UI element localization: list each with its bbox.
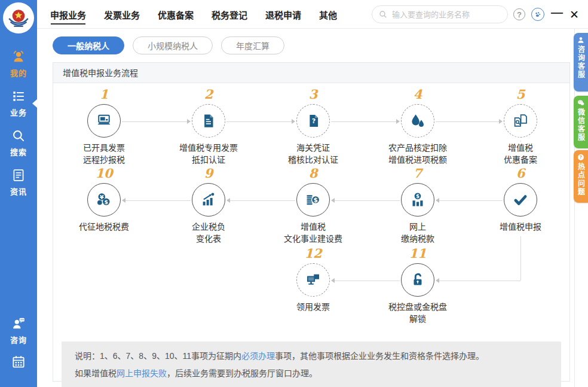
service-tab-wechat-service[interactable]: 微信客服 <box>574 96 588 148</box>
service-tab-label: 咨询客服 <box>576 45 586 79</box>
step-number: 5 <box>512 87 530 102</box>
sidebar-item-calendar[interactable] <box>0 354 37 387</box>
step-circle-6[interactable] <box>504 183 537 217</box>
svg-text:?: ? <box>312 117 316 125</box>
laptop-icon <box>95 112 113 130</box>
flow-step-8: 8$增值税文化事业建设费 <box>265 166 361 245</box>
coins-currency-icon: ¥$ <box>95 191 113 209</box>
note-link[interactable]: 网上申报失败 <box>117 368 167 378</box>
step-circle-1[interactable] <box>87 104 121 138</box>
chart-up-icon <box>200 191 218 209</box>
sidebar-item-search[interactable]: 搜索 <box>0 128 37 167</box>
note-text: ，后续业务需要到办税服务厅窗口办理。 <box>167 368 317 378</box>
nav-tab-4[interactable]: 退税申请 <box>265 0 301 29</box>
service-tab-hot-questions[interactable]: ?热点问题 <box>574 150 588 203</box>
sidebar-item-label: 业务 <box>10 106 27 118</box>
money-pillar-icon: $ <box>409 191 427 209</box>
flow-step-12: 12领用发票 <box>265 246 361 313</box>
list-icon <box>11 89 26 104</box>
step-circle-2[interactable] <box>192 104 225 138</box>
question-icon: ? <box>513 8 525 20</box>
question-icon: ? <box>577 153 585 161</box>
step-label: 企业税负变化表 <box>189 221 228 245</box>
service-tab-label: 热点问题 <box>576 163 586 196</box>
step-label: 增值税优惠备案 <box>501 142 540 166</box>
step-circle-8[interactable]: $ <box>296 183 330 217</box>
filter-pill-0[interactable]: 一般纳税人 <box>53 36 124 54</box>
sidebar-item-mine[interactable]: 我的 <box>0 49 37 89</box>
search-icon <box>378 10 388 19</box>
step-circle-10[interactable]: ¥$ <box>87 183 121 217</box>
pages-icon <box>512 112 529 130</box>
unlock-icon <box>409 271 427 289</box>
nav-tab-2[interactable]: 优惠备案 <box>158 0 194 29</box>
step-label: 网上缴纳税款 <box>399 221 437 245</box>
titlebar: 申报业务发票业务优惠备案税务登记退税申请其他 ? — ✕ <box>37 0 588 29</box>
panel-title: 增值税申报业务流程 <box>53 63 569 83</box>
step-circle-7[interactable]: $ <box>401 183 434 217</box>
nav-tab-1[interactable]: 发票业务 <box>104 0 140 29</box>
filter-pill-1[interactable]: 小规模纳税人 <box>133 36 213 54</box>
step-circle-9[interactable] <box>192 183 225 217</box>
step-number: 8 <box>304 166 323 181</box>
magnifier-icon <box>11 128 26 144</box>
nav-tab-5[interactable]: 其他 <box>319 0 337 29</box>
service-tabs: 咨询客服微信客服?热点问题 <box>574 0 588 387</box>
person-wave-icon <box>11 49 26 65</box>
flow-step-7: 7$网上缴纳税款 <box>370 166 466 245</box>
service-badge-button[interactable] <box>531 0 545 29</box>
sidebar-item-business[interactable]: 业务 <box>0 89 37 128</box>
note-text: 事项，其他事项根据企业业务发生和资格条件选择办理。 <box>275 351 484 361</box>
step-circle-11[interactable] <box>401 263 434 297</box>
filter-pill-2[interactable]: 年度汇算 <box>221 36 284 54</box>
search-input[interactable] <box>392 10 501 19</box>
flow-connector <box>520 236 521 281</box>
flow-step-10: 10¥$代征地税税费 <box>56 166 152 233</box>
calendar-icon <box>11 354 26 370</box>
service-tab-consult-service[interactable]: 咨询客服 <box>574 33 588 92</box>
monitors-icon <box>304 271 322 289</box>
step-number: 11 <box>404 246 431 261</box>
coins-stack-icon: $ <box>304 191 322 209</box>
minimize-button[interactable]: — <box>551 0 563 29</box>
invoice-icon <box>200 112 218 130</box>
step-number: 2 <box>200 87 218 102</box>
help-button[interactable]: ? <box>513 0 526 29</box>
step-number: 9 <box>200 166 218 181</box>
note-link[interactable]: 必须办理 <box>241 351 275 361</box>
step-label: 农产品核定扣除增值税进项税额 <box>386 142 449 166</box>
sidebar-item-consult[interactable]: 咨询 <box>0 316 37 354</box>
svg-text:?: ? <box>580 155 582 160</box>
step-number: 1 <box>95 87 114 102</box>
step-label: 增值税文化事业建设费 <box>281 221 345 245</box>
app-window: 我的业务搜索资讯 咨询 申报业务发票业务优惠备案税务登记退税申请其他 ? <box>0 0 588 387</box>
chat-person-icon <box>11 316 26 331</box>
service-badge-icon <box>531 8 544 21</box>
step-circle-12[interactable] <box>296 263 330 297</box>
tax-bureau-logo <box>3 2 34 33</box>
calendar-icon <box>11 354 26 370</box>
flow-step-4: 4农产品核定扣除增值税进项税额 <box>370 87 466 166</box>
nav-tab-0[interactable]: 申报业务 <box>50 0 86 29</box>
step-circle-5[interactable] <box>504 104 537 138</box>
sidebar-item-news[interactable]: 资讯 <box>0 167 37 207</box>
note-text: 说明：1、6、7、8、9、10、11事项为征期内 <box>75 351 241 361</box>
note-text: 如果增值税 <box>75 368 117 378</box>
step-circle-4[interactable] <box>401 104 434 138</box>
step-number: 6 <box>512 166 530 181</box>
step-number: 10 <box>90 166 117 181</box>
active-indicator <box>32 99 37 108</box>
flow-step-6: 6增值税申报 <box>473 166 568 233</box>
flowchart: 1已开具发票远程抄报税2增值税专用发票抵扣认证3?海关凭证稽核比对认证4农产品核… <box>53 83 569 333</box>
flow-step-2: 2增值税专用发票抵扣认证 <box>161 87 256 166</box>
sidebar-item-label: 我的 <box>10 67 27 78</box>
step-circle-3[interactable]: ? <box>296 104 330 138</box>
nav-tab-3[interactable]: 税务登记 <box>212 0 247 29</box>
taxpayer-type-filter: 一般纳税人小规模纳税人年度汇算 <box>53 36 284 54</box>
step-label: 增值税申报 <box>497 221 544 233</box>
flow-step-9: 9企业税负变化表 <box>161 166 256 245</box>
flow-step-1: 1已开具发票远程抄报税 <box>56 87 152 166</box>
step-number: 4 <box>409 87 427 102</box>
step-label: 增值税专用发票抵扣认证 <box>177 142 240 166</box>
magnifier-icon <box>11 128 26 144</box>
